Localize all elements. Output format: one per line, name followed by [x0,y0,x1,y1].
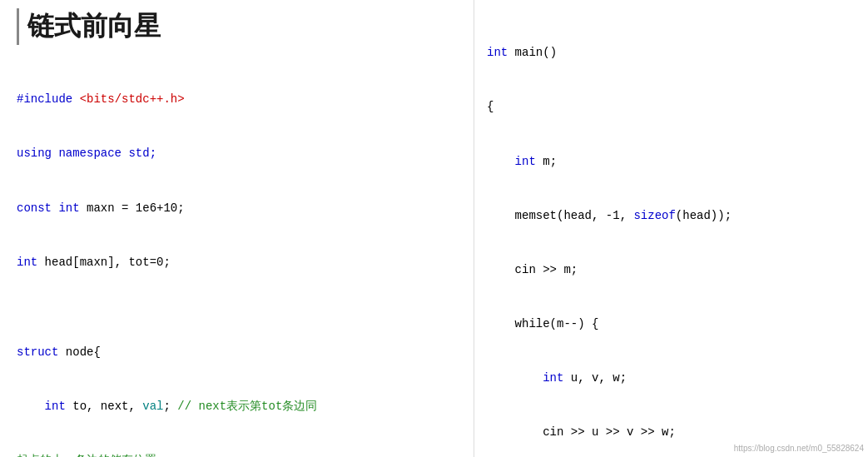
code-text: head[maxn], tot=0; [37,256,171,269]
keyword: int [543,371,563,385]
code-text: u, v, w; [563,371,627,385]
code-line: int u, v, w; [487,370,856,388]
code-text: node{ [58,345,100,359]
keyword: int [45,400,66,413]
keyword: int [515,155,536,168]
page-title: 链式前向星 [17,8,461,45]
code-line: struct node{ [17,344,461,362]
watermark: https://blog.csdn.net/m0_55828624 [734,444,864,453]
comment: 起点的上一条边的储存位置 [17,454,156,457]
code-text [17,400,45,413]
code-text: ; [163,400,177,413]
code-text: main() [508,46,557,59]
code-text: while(m--) { [487,317,598,330]
code-line: const int maxn = 1e6+10; [17,200,461,218]
keyword: struct [17,345,58,359]
right-panel: int main() { int m; memset(head, -1, siz… [474,0,868,457]
code-line: memset(head, -1, sizeof(head)); [487,207,856,226]
comment: // next表示第tot条边同 [177,400,317,413]
code-line: int m; [487,153,856,171]
include-path: <bits/stdc++.h> [80,92,185,106]
code-text [487,155,515,168]
code-line: cin >> u >> v >> w; [487,424,856,442]
keyword: int [58,201,79,215]
keyword: using namespace std; [17,147,156,160]
code-line: #include <bits/stdc++.h> [17,91,461,109]
code-line: int main() [487,44,856,62]
keyword: const [17,201,58,215]
code-text: (head)); [676,209,732,222]
left-code-block: #include <bits/stdc++.h> using namespace… [17,55,461,457]
code-text: cin >> m; [487,263,578,276]
code-text: to, next, [66,400,142,413]
code-line: while(m--) { [487,315,856,334]
keyword: int [487,46,508,59]
code-line: 起点的上一条边的储存位置 [17,452,461,457]
keyword: sizeof [633,209,675,222]
keyword: int [17,256,37,269]
left-panel: 链式前向星 #include <bits/stdc++.h> using nam… [0,0,474,457]
code-text: maxn = 1e6+10; [80,201,185,215]
code-line: int to, next, val; // next表示第tot条边同 [17,398,461,416]
main-container: 链式前向星 #include <bits/stdc++.h> using nam… [0,0,868,457]
keyword: #include [17,92,80,106]
code-line: { [487,98,856,117]
code-text: m; [536,155,557,168]
code-text [487,371,543,385]
code-text: cin >> u >> v >> w; [487,425,676,439]
code-text: { [487,100,494,113]
right-code-block: int main() { int m; memset(head, -1, siz… [487,8,856,457]
code-line: cin >> m; [487,261,856,280]
code-line: using namespace std; [17,145,461,163]
code-line: int head[maxn], tot=0; [17,254,461,272]
code-text: val [142,400,163,413]
code-text: memset(head, -1, [487,209,633,222]
